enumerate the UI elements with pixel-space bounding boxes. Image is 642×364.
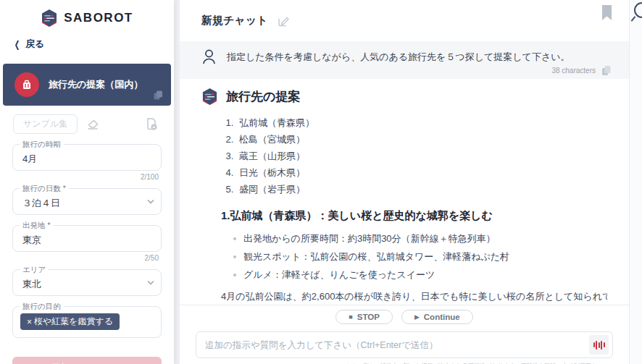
response-paragraph: 4月の弘前公園は、約2,600本の桜が咲き誇り、日本でも特に美しい桜の名所として… bbox=[221, 290, 607, 303]
edit-title-icon[interactable] bbox=[278, 15, 289, 27]
period-field[interactable]: 旅行の時期 4月 bbox=[12, 144, 162, 171]
list-item: 観光スポット：弘前公園の桜、弘前城タワー、津軽藩ねぷた村 bbox=[233, 251, 607, 262]
file-check-icon[interactable] bbox=[145, 117, 158, 131]
voice-input-icon[interactable] bbox=[589, 335, 609, 355]
sample-collection-button[interactable]: サンプル集 bbox=[13, 114, 78, 134]
user-message-text: 指定した条件を考慮しながら、人気のある旅行先を５つ探して提案して下さい。 bbox=[227, 48, 570, 64]
template-card[interactable]: 旅行先の提案（国内） bbox=[3, 64, 171, 106]
period-counter: 2/100 bbox=[0, 173, 159, 181]
purpose-field[interactable]: 旅行の目的 × 桜や紅葉を鑑賞する bbox=[12, 306, 162, 338]
purpose-tag[interactable]: × 桜や紅葉を鑑賞する bbox=[20, 313, 120, 330]
stop-button[interactable]: ■ STOP bbox=[335, 310, 393, 324]
tag-label: 桜や紅葉を鑑賞する bbox=[34, 316, 113, 328]
detail-bullet-list: 出発地からの所要時間：約3時間30分（新幹線＋特急列車） 観光スポット：弘前公園… bbox=[233, 233, 607, 280]
area-select[interactable]: エリア 東北 bbox=[12, 269, 162, 296]
saborot-hexagon-icon bbox=[41, 9, 58, 27]
origin-counter: 2/50 bbox=[0, 254, 159, 262]
origin-field[interactable]: 出発地 * 東京 bbox=[12, 225, 162, 252]
user-message-block: 指定した条件を考慮しながら、人気のある旅行先を５つ探して提案して下さい。 38 … bbox=[180, 41, 629, 79]
continue-label: Continue bbox=[424, 313, 460, 321]
sidebar: SABOROT ❮ 戻る 旅行先の提案（国内） サンプル集 bbox=[0, 0, 174, 364]
back-label: 戻る bbox=[25, 38, 44, 51]
template-title: 旅行先の提案（国内） bbox=[49, 78, 143, 91]
destination-list: 弘前城（青森県） 松島（宮城県） 蔵王（山形県） 日光（栃木県） 盛岡（岩手県） bbox=[236, 117, 607, 195]
back-chevron-icon: ❮ bbox=[14, 39, 20, 50]
user-icon bbox=[201, 48, 217, 66]
list-item: 出発地からの所要時間：約3時間30分（新幹線＋特急列車） bbox=[233, 233, 607, 244]
copy-message-icon[interactable] bbox=[601, 65, 612, 76]
sample-row: サンプル集 bbox=[13, 114, 161, 134]
response-heading-row: 旅行先の提案 bbox=[201, 88, 607, 106]
right-edge-panel bbox=[629, 0, 642, 364]
days-label: 旅行の日数 * bbox=[20, 184, 69, 194]
reset-button[interactable]: 最初から (Ctrl+I) bbox=[12, 357, 162, 364]
purpose-label: 旅行の目的 bbox=[20, 302, 64, 312]
stop-icon: ■ bbox=[349, 313, 352, 321]
origin-label: 出発地 * bbox=[20, 221, 54, 231]
list-item: 日光（栃木県） bbox=[236, 167, 607, 178]
list-item: 蔵王（山形県） bbox=[236, 151, 607, 161]
chat-header: 新規チャット bbox=[180, 0, 629, 41]
stop-label: STOP bbox=[357, 313, 380, 321]
divider bbox=[180, 305, 629, 305]
section-heading: 1.弘前城（青森県）：美しい桜と歴史的な城郭を楽しむ bbox=[221, 209, 607, 223]
message-meta: 38 characters bbox=[551, 65, 612, 76]
play-icon: ▶ bbox=[414, 313, 420, 321]
chevron-down-icon bbox=[147, 199, 154, 204]
copy-icon[interactable] bbox=[153, 90, 164, 101]
chat-input-row bbox=[196, 331, 613, 358]
period-label: 旅行の時期 bbox=[20, 140, 64, 150]
char-count: 38 characters bbox=[551, 67, 596, 75]
list-item: グルメ：津軽そば、りんごを使ったスイーツ bbox=[233, 269, 607, 280]
days-select[interactable]: 旅行の日数 * ３泊４日 bbox=[12, 188, 162, 215]
list-item: 弘前城（青森県） bbox=[236, 117, 607, 128]
chat-input[interactable] bbox=[196, 340, 589, 350]
brand-name: SABOROT bbox=[64, 11, 133, 25]
assistant-response: 旅行先の提案 弘前城（青森県） 松島（宮城県） 蔵王（山形県） 日光（栃木県） … bbox=[180, 79, 629, 305]
brand-logo: SABOROT bbox=[0, 0, 174, 27]
list-item: 盛岡（岩手県） bbox=[236, 184, 607, 195]
generation-controls: ■ STOP ▶ Continue bbox=[180, 310, 629, 324]
list-item: 松島（宮城県） bbox=[236, 134, 607, 145]
suitcase-icon bbox=[14, 72, 39, 97]
cutoff-circle-icon[interactable] bbox=[634, 2, 642, 18]
back-button[interactable]: ❮ 戻る bbox=[13, 38, 174, 51]
area-label: エリア bbox=[20, 265, 49, 275]
bookmark-icon[interactable] bbox=[601, 5, 613, 21]
chevron-down-icon bbox=[147, 280, 154, 285]
chat-title: 新規チャット bbox=[201, 14, 267, 27]
cutoff-circle-tail bbox=[631, 16, 636, 21]
eraser-icon[interactable] bbox=[86, 119, 99, 130]
continue-button[interactable]: ▶ Continue bbox=[401, 310, 473, 324]
tag-remove-icon[interactable]: × bbox=[27, 317, 32, 327]
response-title: 旅行先の提案 bbox=[226, 88, 300, 105]
saborot-hexagon-icon bbox=[201, 88, 218, 106]
chat-panel: 新規チャット 指定した条件を考慮しながら、人気のある旅行先を５つ探して提案して下… bbox=[180, 0, 629, 364]
